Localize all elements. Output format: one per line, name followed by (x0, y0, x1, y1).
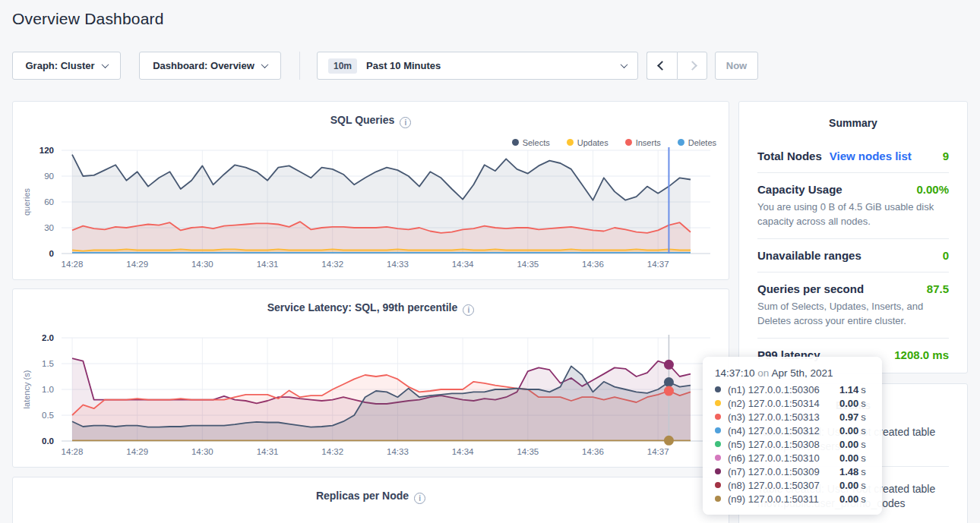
x-tick-label: 14:35 (517, 447, 539, 456)
hover-point-dot (664, 377, 674, 387)
page-title: Overview Dashboard (12, 10, 164, 28)
next-time-button[interactable] (677, 52, 707, 80)
summary-row-capacity-usage: Capacity Usage 0.00% You are using 0 B o… (757, 173, 949, 239)
capacity-usage-value: 0.00% (916, 183, 949, 196)
node-latency-value: 0.00 (839, 493, 858, 505)
y-tick-label: 2.0 (42, 333, 54, 342)
node-color-dot (715, 414, 721, 420)
y-tick-label: 1.5 (42, 359, 54, 368)
node-color-dot (715, 427, 721, 433)
info-icon[interactable]: i (463, 304, 474, 316)
node-latency-value: 0.00 (839, 480, 858, 491)
sql-queries-title: SQL Queries (330, 114, 395, 126)
tooltip-conjunction: on (757, 367, 769, 379)
tooltip-date: Apr 5th, 2021 (771, 367, 833, 379)
tooltip-row: (n5) 127.0.0.1:503080.00s (715, 437, 870, 451)
x-tick-label: 14:37 (647, 260, 669, 269)
sql-queries-chart[interactable]: 030609012014:2814:2914:3014:3114:3214:33… (13, 144, 730, 279)
y-tick-label: 30 (44, 223, 54, 232)
service-latency-chart[interactable]: 0.00.51.01.52.014:2814:2914:3014:3114:32… (13, 332, 730, 467)
chevron-down-icon (101, 61, 109, 68)
node-color-dot (715, 455, 721, 461)
tooltip-row: (n2) 127.0.0.1:503140.00s (715, 396, 870, 410)
node-address: (n8) 127.0.0.1:50307 (728, 480, 836, 491)
time-nav-buttons (646, 52, 707, 80)
time-range-picker[interactable]: 10m Past 10 Minutes (317, 52, 638, 80)
y-tick-label: 0.5 (42, 411, 54, 420)
chart-title: SQL Queriesi (13, 114, 729, 128)
y-axis-label: latency (s) (22, 370, 31, 409)
chart-title: Service Latency: SQL, 99th percentilei (13, 301, 729, 316)
node-latency-unit: s (861, 411, 866, 423)
x-tick-label: 14:37 (647, 447, 669, 456)
total-nodes-value: 9 (943, 150, 949, 162)
now-button[interactable]: Now (715, 52, 758, 80)
tooltip-row: (n9) 127.0.0.1:503110.00s (715, 492, 870, 506)
y-tick-label: 0.0 (42, 436, 54, 446)
node-address: (n3) 127.0.0.1:50313 (728, 411, 836, 423)
chevron-down-icon (621, 61, 628, 68)
node-color-dot (715, 441, 721, 447)
y-axis-label: queries (22, 187, 31, 216)
x-tick-label: 14:29 (126, 260, 148, 269)
unavailable-ranges-label: Unavailable ranges (757, 249, 861, 262)
overview-dashboard-page: Overview Dashboard Graph: Cluster Dashbo… (0, 0, 980, 523)
y-tick-label: 120 (40, 146, 54, 155)
info-icon[interactable]: i (414, 493, 425, 504)
info-icon[interactable]: i (400, 117, 411, 128)
tooltip-row: (n3) 127.0.0.1:503130.97s (715, 410, 870, 424)
x-tick-label: 14:28 (62, 260, 84, 269)
sql-queries-panel: SQL Queriesi SelectsUpdatesInsertsDelete… (12, 101, 729, 280)
tooltip-node-rows: (n1) 127.0.0.1:503061.14s(n2) 127.0.0.1:… (715, 383, 870, 506)
capacity-usage-description: You are using 0 B of 4.5 GiB usable disk… (757, 200, 949, 228)
y-tick-label: 60 (44, 197, 54, 206)
node-color-dot (715, 468, 721, 474)
p99-latency-value: 1208.0 ms (894, 348, 949, 361)
chart-title: Replicas per Nodei (13, 490, 729, 504)
hover-point-dot (664, 436, 674, 446)
node-latency-value: 0.00 (839, 398, 858, 409)
node-latency-unit: s (861, 398, 866, 409)
node-latency-unit: s (861, 493, 866, 505)
controls-divider (299, 52, 300, 80)
dashboard-dropdown[interactable]: Dashboard: Overview (139, 52, 281, 80)
time-range-label: Past 10 Minutes (366, 60, 441, 71)
summary-row-queries-per-second: Queries per second 87.5 Sum of Selects, … (757, 273, 949, 339)
tooltip-timestamp: 14:37:10 on Apr 5th, 2021 (715, 367, 870, 379)
node-latency-value: 0.00 (839, 452, 858, 464)
tooltip-row: (n7) 127.0.0.1:503091.48s (715, 465, 870, 478)
node-latency-unit: s (861, 466, 866, 477)
node-address: (n5) 127.0.0.1:50308 (728, 439, 836, 450)
x-tick-label: 14:29 (126, 447, 148, 456)
node-color-dot (715, 400, 721, 406)
total-nodes-label: Total Nodes (757, 150, 822, 162)
summary-row-unavailable-ranges: Unavailable ranges 0 (757, 239, 949, 273)
capacity-usage-label: Capacity Usage (757, 183, 842, 196)
summary-title: Summary (757, 102, 949, 140)
node-latency-value: 1.48 (839, 466, 858, 477)
view-nodes-list-link[interactable]: View nodes list (830, 150, 912, 162)
graph-dropdown[interactable]: Graph: Cluster (12, 52, 121, 80)
replicas-per-node-panel: Replicas per Nodei (12, 477, 729, 523)
node-latency-value: 0.00 (839, 439, 858, 450)
chevron-right-icon (688, 61, 697, 71)
queries-per-second-description: Sum of Selects, Updates, Inserts, and De… (757, 299, 949, 328)
node-latency-unit: s (861, 384, 866, 395)
node-latency-unit: s (861, 425, 866, 436)
replicas-per-node-title: Replicas per Node (316, 490, 409, 502)
node-address: (n6) 127.0.0.1:50310 (728, 452, 836, 464)
node-address: (n7) 127.0.0.1:50309 (728, 466, 836, 477)
dashboard-dropdown-label: Dashboard: Overview (153, 60, 254, 71)
y-tick-label: 90 (44, 172, 54, 181)
hover-point-dot (664, 360, 674, 370)
node-latency-value: 1.14 (839, 384, 858, 395)
chevron-down-icon (261, 61, 268, 68)
chevron-left-icon (657, 61, 667, 71)
tooltip-row: (n1) 127.0.0.1:503061.14s (715, 383, 870, 396)
prev-time-button[interactable] (646, 52, 677, 80)
node-address: (n1) 127.0.0.1:50306 (728, 384, 836, 395)
node-address: (n2) 127.0.0.1:50314 (728, 398, 836, 409)
service-latency-title: Service Latency: SQL, 99th percentile (267, 301, 458, 313)
node-latency-unit: s (861, 452, 866, 464)
x-tick-label: 14:35 (517, 260, 539, 269)
